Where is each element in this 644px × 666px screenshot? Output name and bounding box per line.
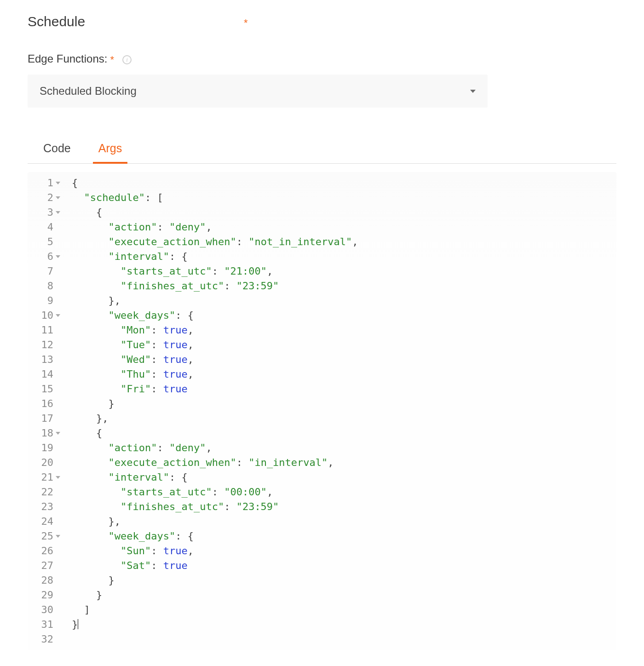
fold-caret-icon[interactable] bbox=[56, 535, 60, 538]
code-line[interactable]: "week_days": { bbox=[72, 308, 616, 323]
code-line[interactable]: }, bbox=[72, 293, 616, 308]
gutter-line: 20 bbox=[28, 455, 61, 470]
edge-functions-label: Edge Functions: bbox=[28, 52, 107, 65]
code-line[interactable]: "Sat": true bbox=[72, 558, 616, 573]
gutter-line: 21 bbox=[28, 470, 61, 485]
gutter-line: 10 bbox=[28, 308, 61, 323]
fold-caret-icon[interactable] bbox=[56, 182, 60, 184]
gutter-line: 24 bbox=[28, 514, 61, 529]
gutter-line: 15 bbox=[28, 382, 61, 396]
json-editor[interactable]: 1234567891011121314151617181920212223242… bbox=[28, 172, 616, 650]
edge-functions-select[interactable]: Scheduled Blocking bbox=[28, 75, 488, 108]
code-line[interactable]: } bbox=[72, 396, 616, 411]
required-asterisk-icon: * bbox=[244, 17, 248, 29]
gutter-line: 13 bbox=[28, 352, 61, 367]
code-line[interactable]: "Fri": true bbox=[72, 382, 616, 396]
code-line[interactable]: "Mon": true, bbox=[72, 323, 616, 338]
code-line[interactable]: "finishes_at_utc": "23:59" bbox=[72, 500, 616, 514]
gutter-line: 32 bbox=[28, 632, 61, 647]
gutter-line: 4 bbox=[28, 220, 61, 235]
gutter-line: 23 bbox=[28, 500, 61, 514]
code-line[interactable]: "Thu": true, bbox=[72, 367, 616, 382]
code-line[interactable]: "execute_action_when": "not_in_interval"… bbox=[72, 235, 616, 249]
code-line[interactable]: "starts_at_utc": "00:00", bbox=[72, 485, 616, 500]
text-cursor-icon bbox=[78, 619, 78, 629]
gutter-line: 29 bbox=[28, 588, 61, 603]
code-line[interactable]: "action": "deny", bbox=[72, 441, 616, 455]
gutter-line: 5 bbox=[28, 235, 61, 249]
gutter-line: 28 bbox=[28, 573, 61, 588]
schedule-section-header: Schedule * bbox=[28, 14, 616, 29]
gutter-line: 14 bbox=[28, 367, 61, 382]
gutter-line: 17 bbox=[28, 411, 61, 426]
code-line[interactable]: { bbox=[72, 176, 616, 190]
code-line[interactable]: { bbox=[72, 205, 616, 220]
code-line[interactable]: "starts_at_utc": "21:00", bbox=[72, 264, 616, 279]
chevron-down-icon bbox=[470, 90, 476, 93]
gutter-line: 1 bbox=[28, 176, 61, 190]
code-line[interactable]: "Tue": true, bbox=[72, 338, 616, 352]
code-line[interactable]: "schedule": [ bbox=[72, 190, 616, 205]
gutter-line: 30 bbox=[28, 603, 61, 617]
code-line[interactable]: { bbox=[72, 426, 616, 441]
code-line[interactable]: "execute_action_when": "in_interval", bbox=[72, 455, 616, 470]
gutter-line: 26 bbox=[28, 544, 61, 558]
code-text-area[interactable]: { "schedule": [ { "action": "deny", "exe… bbox=[64, 176, 616, 647]
required-asterisk-icon: * bbox=[110, 54, 114, 66]
code-line[interactable]: "interval": { bbox=[72, 249, 616, 264]
gutter-line: 22 bbox=[28, 485, 61, 500]
code-line[interactable]: "finishes_at_utc": "23:59" bbox=[72, 279, 616, 293]
code-line[interactable]: } bbox=[72, 617, 616, 632]
gutter-line: 16 bbox=[28, 396, 61, 411]
gutter-line: 18 bbox=[28, 426, 61, 441]
code-line[interactable]: "action": "deny", bbox=[72, 220, 616, 235]
code-line[interactable]: "Sun": true, bbox=[72, 544, 616, 558]
tab-code[interactable]: Code bbox=[39, 135, 75, 163]
code-line[interactable] bbox=[72, 632, 616, 647]
fold-caret-icon[interactable] bbox=[56, 432, 60, 435]
gutter-line: 12 bbox=[28, 338, 61, 352]
tab-args[interactable]: Args bbox=[94, 135, 126, 163]
gutter-line: 3 bbox=[28, 205, 61, 220]
code-line[interactable]: "interval": { bbox=[72, 470, 616, 485]
gutter-line: 2 bbox=[28, 190, 61, 205]
code-line[interactable]: "Wed": true, bbox=[72, 352, 616, 367]
gutter-line: 25 bbox=[28, 529, 61, 544]
editor-tabs: Code Args bbox=[28, 135, 616, 164]
code-line[interactable]: }, bbox=[72, 411, 616, 426]
gutter-line: 19 bbox=[28, 441, 61, 455]
info-icon[interactable]: i bbox=[122, 55, 132, 64]
line-number-gutter: 1234567891011121314151617181920212223242… bbox=[28, 176, 64, 647]
edge-functions-label-row: Edge Functions: * i bbox=[28, 52, 616, 65]
fold-caret-icon[interactable] bbox=[56, 255, 60, 258]
gutter-line: 27 bbox=[28, 558, 61, 573]
gutter-line: 7 bbox=[28, 264, 61, 279]
fold-caret-icon[interactable] bbox=[56, 314, 60, 317]
gutter-line: 6 bbox=[28, 249, 61, 264]
edge-functions-selected-value: Scheduled Blocking bbox=[40, 85, 137, 98]
gutter-line: 9 bbox=[28, 293, 61, 308]
code-line[interactable]: } bbox=[72, 588, 616, 603]
fold-caret-icon[interactable] bbox=[56, 211, 60, 214]
code-line[interactable]: } bbox=[72, 573, 616, 588]
code-line[interactable]: }, bbox=[72, 514, 616, 529]
gutter-line: 11 bbox=[28, 323, 61, 338]
gutter-line: 8 bbox=[28, 279, 61, 293]
gutter-line: 31 bbox=[28, 617, 61, 632]
fold-caret-icon[interactable] bbox=[56, 476, 60, 479]
code-line[interactable]: ] bbox=[72, 603, 616, 617]
code-line[interactable]: "week_days": { bbox=[72, 529, 616, 544]
section-title: Schedule bbox=[28, 14, 244, 29]
fold-caret-icon[interactable] bbox=[56, 196, 60, 199]
